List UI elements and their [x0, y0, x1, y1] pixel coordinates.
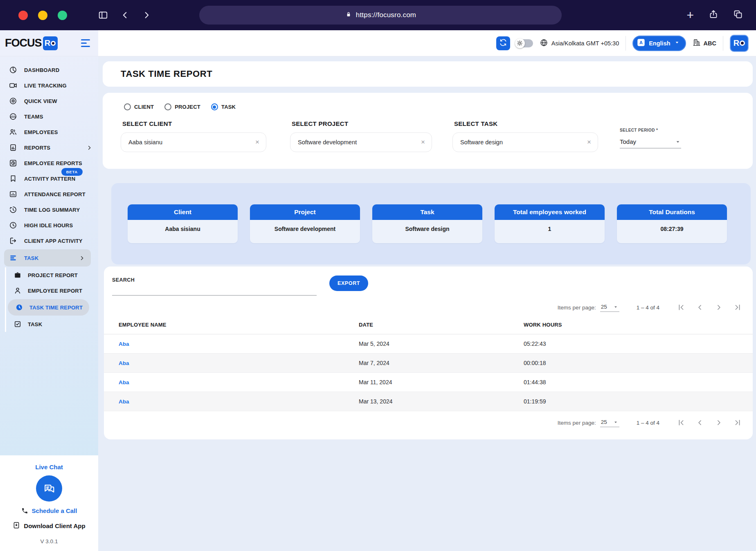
sidebar-item-task[interactable]: TASK: [4, 249, 91, 267]
new-tab-button[interactable]: +: [686, 9, 694, 21]
share-icon[interactable]: [709, 9, 718, 21]
sidebar-item-teams[interactable]: TEAMS: [0, 109, 98, 124]
theme-toggle[interactable]: [517, 39, 533, 47]
clear-task-icon[interactable]: ×: [586, 138, 592, 146]
pagination-bottom: Items per page: 25 1 – 4 of 4: [104, 414, 753, 431]
app-header: FOCUS R: [0, 30, 756, 56]
table-row: Aba Mar 7, 2024 00:00:18: [104, 354, 753, 373]
sidebar-item-project-report[interactable]: PROJECT REPORT: [6, 267, 98, 283]
last-page-button[interactable]: [732, 417, 743, 428]
row-date: Mar 5, 2024: [359, 340, 524, 347]
employee-name-link[interactable]: Aba: [119, 341, 359, 347]
pagination-top: Items per page: 25 1 – 4 of 4: [104, 299, 753, 316]
project-select-input[interactable]: [298, 139, 420, 146]
task-select-input[interactable]: [460, 139, 586, 146]
translate-icon: A: [637, 38, 646, 49]
task-select[interactable]: ×: [452, 132, 598, 152]
select-project-label: SELECT PROJECT: [292, 120, 432, 127]
chat-bubble-icon[interactable]: [36, 475, 62, 502]
schedule-call-link[interactable]: Schedule a Call: [21, 507, 77, 514]
search-input[interactable]: [112, 285, 317, 296]
beta-badge: BETA: [61, 168, 83, 176]
close-window-button[interactable]: [18, 11, 28, 20]
sidebar-item-employee-report[interactable]: EMPLOYEE REPORT: [6, 283, 98, 298]
logo-text: FOCUS: [5, 37, 42, 49]
forward-button[interactable]: [142, 11, 151, 20]
sidebar-item-employees[interactable]: EMPLOYEES: [0, 124, 98, 140]
sidebar-item-activity-pattern[interactable]: ACTIVITY PATTERN BETA: [0, 171, 98, 186]
project-select[interactable]: ×: [290, 132, 432, 152]
dropdown-caret-icon: [675, 139, 681, 145]
eye-icon: [9, 97, 17, 105]
first-page-button[interactable]: [676, 417, 686, 428]
live-chat-link[interactable]: Live Chat: [35, 464, 63, 470]
items-per-page-select[interactable]: 25: [600, 418, 619, 427]
timezone-display[interactable]: Asia/Kolkata GMT +05:30: [540, 38, 619, 48]
sidebar-item-time-log-summary[interactable]: TIME LOG SUMMARY: [0, 202, 98, 217]
language-selector[interactable]: A English: [632, 36, 686, 51]
period-value: Today: [620, 138, 675, 145]
sidebar-item-attendance-report[interactable]: ATTENDANCE REPORT: [0, 186, 98, 202]
dropdown-caret-icon: [613, 419, 619, 425]
company-display[interactable]: ABC: [693, 38, 716, 48]
sidebar-item-client-app-activity[interactable]: CLIENT APP ACTIVITY: [0, 233, 98, 249]
radio-task[interactable]: TASK: [211, 103, 236, 110]
next-page-button[interactable]: [713, 417, 724, 428]
address-bar[interactable]: https://focusro.com: [199, 6, 562, 25]
items-per-page-select[interactable]: 25: [600, 303, 619, 312]
chevron-down-icon: [674, 39, 680, 47]
select-period-label: SELECT PERIOD *: [620, 128, 658, 132]
maximize-window-button[interactable]: [58, 11, 67, 20]
back-button[interactable]: [121, 11, 130, 20]
employee-name-link[interactable]: Aba: [119, 379, 359, 385]
next-page-button[interactable]: [713, 302, 724, 313]
employee-name-link[interactable]: Aba: [119, 399, 359, 405]
sidebar-item-live-tracking[interactable]: LIVE TRACKING: [0, 78, 98, 93]
row-date: Mar 7, 2024: [359, 360, 524, 366]
previous-page-button[interactable]: [695, 302, 705, 313]
period-select[interactable]: Today: [620, 138, 681, 148]
clear-project-icon[interactable]: ×: [420, 138, 426, 146]
app-version: V 3.0.1: [40, 538, 58, 544]
focusro-logo[interactable]: FOCUS R: [5, 36, 58, 50]
lock-icon: [345, 11, 352, 20]
sidebar-item-reports[interactable]: REPORTS: [0, 140, 98, 155]
download-client-app-link[interactable]: Download Client App: [13, 522, 85, 530]
sync-icon: [499, 38, 507, 48]
sidebar-item-high-idle-hours[interactable]: HIGH IDLE HOURS: [0, 217, 98, 233]
export-button[interactable]: EXPORT: [329, 276, 368, 291]
clear-client-icon[interactable]: ×: [254, 138, 260, 146]
sidebar-item-quick-view[interactable]: QUICK VIEW: [0, 93, 98, 109]
login-arrow-icon: [9, 237, 17, 245]
radio-project[interactable]: PROJECT: [164, 103, 200, 110]
filter-card: CLIENT PROJECT TASK SELECT CLIENT ×: [103, 93, 753, 169]
last-page-button[interactable]: [732, 302, 743, 313]
teams-icon: [9, 112, 17, 121]
minimize-window-button[interactable]: [38, 11, 47, 20]
sidebar-item-employee-reports[interactable]: EMPLOYEE REPORTS: [0, 155, 98, 171]
client-select[interactable]: ×: [121, 132, 266, 152]
radio-circle: [211, 103, 218, 110]
previous-page-button[interactable]: [695, 417, 705, 428]
refresh-button[interactable]: [496, 36, 510, 50]
sidebar-collapse-icon[interactable]: [81, 39, 90, 47]
client-select-input[interactable]: [128, 139, 254, 146]
user-avatar[interactable]: R: [730, 35, 749, 52]
select-client-label: SELECT CLIENT: [122, 120, 266, 127]
sidebar-item-task-time-report[interactable]: TASK TIME REPORT: [8, 299, 89, 316]
svg-text:A: A: [639, 40, 643, 45]
sidebar-item-task-sub[interactable]: TASK: [6, 316, 98, 332]
employee-name-link[interactable]: Aba: [119, 360, 359, 366]
summary-card-client: Client Aaba sisianu: [128, 204, 238, 243]
tabs-overview-icon[interactable]: [733, 9, 743, 21]
sidebar-toggle-icon[interactable]: [98, 10, 108, 20]
sidebar-item-dashboard[interactable]: DASHBOARD: [0, 62, 98, 78]
first-page-button[interactable]: [676, 302, 686, 313]
pagination-range: 1 – 4 of 4: [637, 420, 659, 426]
task-submenu: PROJECT REPORT EMPLOYEE REPORT TASK TIME…: [5, 267, 98, 332]
row-hours: 01:19:59: [524, 398, 745, 405]
radio-client[interactable]: CLIENT: [124, 103, 154, 110]
summary-card-task: Task Software design: [372, 204, 482, 243]
select-task-label: SELECT TASK: [454, 120, 598, 127]
globe-icon: [540, 38, 548, 48]
